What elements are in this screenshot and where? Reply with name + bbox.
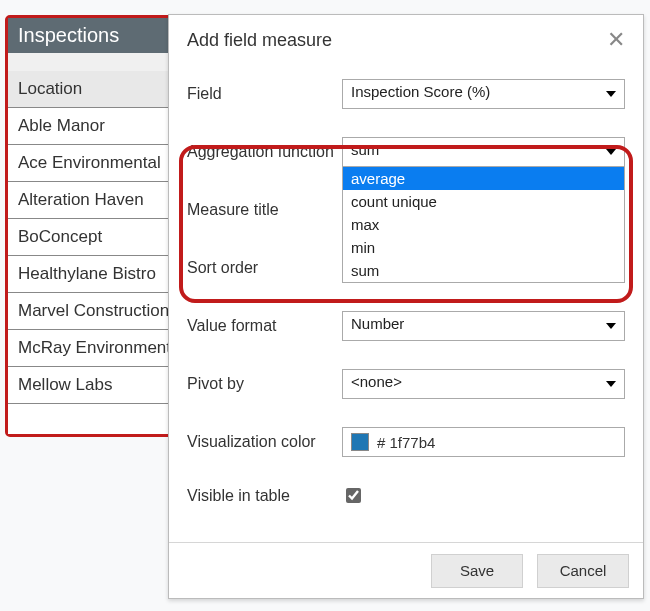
- modal-title: Add field measure: [187, 30, 332, 51]
- visualization-color-label: Visualization color: [187, 433, 342, 451]
- close-icon[interactable]: ✕: [607, 29, 625, 51]
- aggregation-option-min[interactable]: min: [343, 236, 624, 259]
- field-row: Field Inspection Score (%): [187, 79, 625, 109]
- modal-footer: Save Cancel: [169, 542, 643, 598]
- pivot-by-label: Pivot by: [187, 375, 342, 393]
- chevron-down-icon: [606, 149, 616, 155]
- aggregation-select-value: sum: [351, 141, 379, 158]
- aggregation-label: Aggregation function: [187, 143, 342, 161]
- add-field-measure-modal: Add field measure ✕ Field Inspection Sco…: [168, 14, 644, 599]
- aggregation-row: Aggregation function sum average count u…: [187, 137, 625, 167]
- save-button[interactable]: Save: [431, 554, 523, 588]
- aggregation-select[interactable]: sum: [342, 137, 625, 167]
- visualization-color-row: Visualization color # 1f77b4: [187, 427, 625, 457]
- value-format-select-value: Number: [351, 315, 404, 332]
- measure-title-label: Measure title: [187, 201, 342, 219]
- visualization-color-value: # 1f77b4: [377, 434, 435, 451]
- chevron-down-icon: [606, 381, 616, 387]
- value-format-select[interactable]: Number: [342, 311, 625, 341]
- cancel-button[interactable]: Cancel: [537, 554, 629, 588]
- field-select[interactable]: Inspection Score (%): [342, 79, 625, 109]
- pivot-by-select[interactable]: <none>: [342, 369, 625, 399]
- aggregation-option-count-unique[interactable]: count unique: [343, 190, 624, 213]
- visible-in-table-checkbox[interactable]: [346, 488, 361, 503]
- chevron-down-icon: [606, 323, 616, 329]
- field-label: Field: [187, 85, 342, 103]
- value-format-row: Value format Number: [187, 311, 625, 341]
- pivot-by-row: Pivot by <none>: [187, 369, 625, 399]
- visible-in-table-label: Visible in table: [187, 487, 342, 505]
- aggregation-option-sum[interactable]: sum: [343, 259, 624, 282]
- aggregation-option-average[interactable]: average: [343, 167, 624, 190]
- field-select-value: Inspection Score (%): [351, 83, 490, 100]
- aggregation-option-max[interactable]: max: [343, 213, 624, 236]
- color-swatch-icon: [351, 433, 369, 451]
- chevron-down-icon: [606, 91, 616, 97]
- aggregation-dropdown: average count unique max min sum: [342, 166, 625, 283]
- pivot-by-select-value: <none>: [351, 373, 402, 390]
- visible-in-table-row: Visible in table: [187, 485, 625, 507]
- value-format-label: Value format: [187, 317, 342, 335]
- sort-order-label: Sort order: [187, 259, 342, 277]
- visualization-color-input[interactable]: # 1f77b4: [342, 427, 625, 457]
